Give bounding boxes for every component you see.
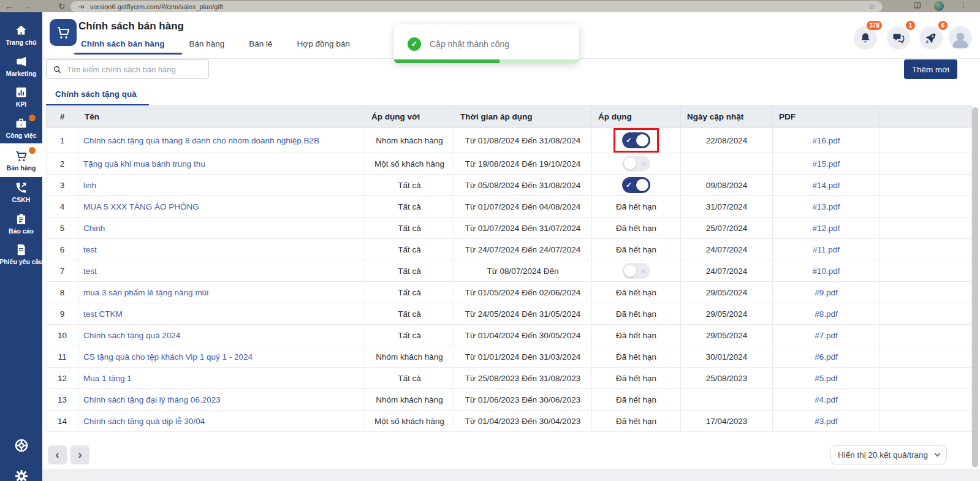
sidebar-item-document[interactable]: Phiếu yêu cầu bbox=[0, 239, 42, 270]
toast-success: ✓ Cập nhật thành công bbox=[394, 25, 579, 63]
sidebar-item-clipboard[interactable]: Báo cáo bbox=[0, 208, 42, 240]
pdf-link[interactable]: #11.pdf bbox=[813, 245, 840, 254]
pdf-link[interactable]: #6.pdf bbox=[815, 352, 838, 362]
vertical-scrollbar[interactable] bbox=[972, 107, 978, 468]
period-cell: Từ 08/07/2024 Đến bbox=[454, 260, 592, 282]
pdf-link[interactable]: #5.pdf bbox=[815, 374, 838, 383]
sidebar-item-cart[interactable]: Bán hàng bbox=[0, 143, 42, 177]
policy-name-link[interactable]: Chính sách tặng quà dịp lễ 30/04 bbox=[83, 417, 205, 426]
apply-toggle-on[interactable]: ✓ bbox=[622, 177, 650, 193]
pdf-link[interactable]: #7.pdf bbox=[815, 331, 838, 340]
apply-toggle-off[interactable]: × bbox=[622, 156, 650, 172]
tab-gift-policy[interactable]: Chính sách tặng quà bbox=[46, 89, 149, 106]
help-lifebuoy-icon[interactable] bbox=[0, 438, 42, 453]
pagination-next-button[interactable]: › bbox=[70, 445, 89, 464]
side-panel-icon[interactable] bbox=[913, 1, 921, 12]
policy-name-link[interactable]: Chính sách tặng quà tháng 8 dành cho nhó… bbox=[83, 136, 319, 145]
add-new-button[interactable]: Thêm mới bbox=[904, 59, 957, 79]
toggle-state-icon: ✓ bbox=[624, 136, 634, 145]
column-header: Áp dụng với bbox=[365, 106, 454, 128]
updated-date-cell bbox=[681, 389, 773, 411]
browser-forward-icon[interactable]: → bbox=[23, 1, 32, 12]
status-cell: ✓ bbox=[592, 175, 681, 196]
module-cart-icon bbox=[50, 19, 77, 46]
pdf-link[interactable]: #3.pdf bbox=[815, 417, 838, 426]
bell-notification-button[interactable]: 378 bbox=[854, 26, 877, 50]
address-bar[interactable]: version6.getflycrm.com/#/crm/sales_plan/… bbox=[70, 1, 883, 12]
pdf-link[interactable]: #9.pdf bbox=[815, 288, 838, 297]
policy-name-link[interactable]: Chính sách tặng đại lý tháng 06.2023 bbox=[83, 395, 221, 404]
browser-profile-avatar[interactable] bbox=[934, 1, 944, 11]
rocket-notification-button[interactable]: 6 bbox=[919, 26, 943, 50]
header-tab-3[interactable]: Hợp đồng bán bbox=[297, 39, 350, 55]
browser-back-icon[interactable]: ← bbox=[5, 1, 13, 12]
toast-progress-track bbox=[394, 59, 579, 63]
empty-cell bbox=[880, 325, 972, 346]
user-avatar[interactable] bbox=[949, 26, 972, 50]
sidebar-item-home[interactable]: Trang chủ bbox=[0, 20, 42, 51]
table-row: 7testTất cảTừ 08/07/2024 Đến×24/07/2024#… bbox=[47, 260, 972, 282]
sidebar-item-chart[interactable]: KPI bbox=[0, 81, 42, 113]
period-cell: Từ 01/08/2024 Đến 31/08/2024 bbox=[454, 128, 592, 153]
apply-to-cell: Tất cả bbox=[365, 196, 454, 218]
pdf-link[interactable]: #13.pdf bbox=[812, 202, 840, 211]
pdf-link[interactable]: #15.pdf bbox=[812, 159, 840, 169]
page-title: Chính sách bán hàng bbox=[78, 20, 184, 32]
period-cell: Từ 01/07/2024 Đến 04/08/2024 bbox=[454, 196, 592, 218]
policy-name-link[interactable]: test bbox=[83, 267, 97, 276]
header-tab-1[interactable]: Bán hàng bbox=[189, 39, 225, 55]
pdf-link[interactable]: #8.pdf bbox=[815, 309, 838, 319]
settings-gear-icon[interactable] bbox=[0, 469, 42, 481]
policy-name-link[interactable]: Tặng quà khi mua bánh trung thu bbox=[83, 159, 205, 169]
column-header: Áp dụng bbox=[592, 106, 681, 128]
pdf-link[interactable]: #4.pdf bbox=[815, 395, 838, 404]
chat-notification-button[interactable]: 1 bbox=[887, 26, 910, 50]
sidebar-nav: Trang chủMarketingKPICông việcBán hàngCS… bbox=[0, 12, 42, 270]
apply-toggle-on[interactable]: ✓ bbox=[622, 132, 650, 148]
browser-reload-icon[interactable]: ↻ bbox=[58, 1, 66, 12]
header-tab-0[interactable]: Chính sách bán hàng bbox=[81, 39, 165, 55]
policy-name-link[interactable]: Chính sách tặng quà 2024 bbox=[83, 331, 180, 340]
pagination-prev-button[interactable]: ‹ bbox=[48, 445, 67, 464]
sidebar-item-megaphone[interactable]: Marketing bbox=[0, 51, 42, 82]
status-expired-label: Đã hết hạn bbox=[616, 352, 656, 362]
policy-name-link[interactable]: CS tặng quà cho tệp khách Vip 1 quý 1 - … bbox=[83, 352, 253, 362]
table-row: 1Chính sách tặng quà tháng 8 dành cho nh… bbox=[47, 128, 972, 153]
policy-name-link[interactable]: mua 3 sản phẩm lẻ tặng nâng mũi bbox=[83, 288, 208, 297]
row-index: 11 bbox=[47, 346, 78, 368]
tune-icon bbox=[78, 3, 85, 10]
pdf-link[interactable]: #10.pdf bbox=[812, 267, 840, 276]
empty-cell bbox=[880, 389, 972, 411]
sidebar-item-phone[interactable]: CSKH bbox=[0, 177, 42, 208]
briefcase-icon bbox=[15, 117, 28, 130]
apply-toggle-off[interactable]: × bbox=[622, 263, 650, 279]
notification-dot bbox=[29, 147, 36, 154]
pdf-link[interactable]: #12.pdf bbox=[812, 224, 840, 233]
bookmark-star-icon[interactable]: ☆ bbox=[868, 2, 875, 11]
pdf-link[interactable]: #14.pdf bbox=[812, 181, 840, 190]
search-input[interactable] bbox=[67, 65, 202, 74]
policy-name-link[interactable]: Mua 1 tặng 1 bbox=[83, 374, 132, 383]
page-size-select[interactable]: Hiển thị 20 kết quả/trang bbox=[830, 445, 947, 464]
row-index: 7 bbox=[47, 260, 78, 282]
policy-table: #TênÁp dụng vớiThời gian áp dụngÁp dụngN… bbox=[46, 105, 972, 432]
policy-name-link[interactable]: linh bbox=[83, 181, 96, 190]
status-cell: Đã hết hạn bbox=[592, 346, 681, 368]
updated-date-cell: 24/07/2024 bbox=[681, 239, 773, 260]
sidebar-item-briefcase[interactable]: Công việc bbox=[0, 113, 42, 144]
updated-date-cell: 09/08/2024 bbox=[681, 175, 773, 196]
browser-menu-icon[interactable]: ⋮ bbox=[960, 1, 967, 9]
pdf-link[interactable]: #16.pdf bbox=[812, 136, 840, 145]
sidebar-item-label: Trang chủ bbox=[6, 39, 36, 46]
period-cell: Từ 24/07/2024 Đến 24/07/2024 bbox=[454, 239, 592, 260]
policy-name-link[interactable]: Chinh bbox=[83, 224, 105, 233]
clipboard-icon bbox=[15, 213, 28, 225]
policy-name-link[interactable]: test CTKM bbox=[83, 309, 123, 319]
header-tab-2[interactable]: Bán lẻ bbox=[249, 39, 272, 55]
updated-date-cell: 30/01/2024 bbox=[681, 346, 773, 368]
period-cell: Từ 01/05/2024 Đến 02/06/2024 bbox=[454, 282, 592, 303]
policy-name-link[interactable]: MUA 5 XXX TĂNG ÁO PHÔNG bbox=[83, 202, 199, 211]
period-cell: Từ 24/05/2024 Đến 31/05/2024 bbox=[454, 303, 592, 325]
browser-chrome: ← → ↻ version6.getflycrm.com/#/crm/sales… bbox=[0, 0, 980, 12]
policy-name-link[interactable]: test bbox=[83, 245, 97, 254]
